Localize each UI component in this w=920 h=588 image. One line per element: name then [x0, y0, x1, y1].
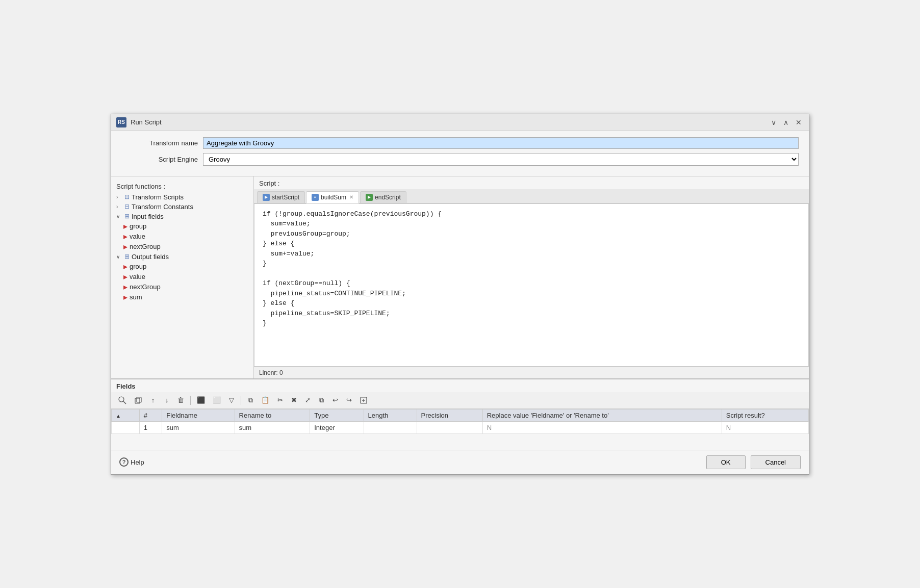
field-dot-output-value: ▸ — [123, 273, 127, 281]
folder-icon-input-fields: ⊞ — [124, 213, 130, 220]
cell-num: 1 — [139, 421, 162, 433]
tab-endscript[interactable]: ▶ endScript — [360, 191, 406, 203]
cell-script-result: N — [722, 421, 808, 433]
help-button[interactable]: ? Help — [119, 457, 144, 467]
tab-close-buildsum[interactable]: ✕ — [349, 194, 353, 200]
script-engine-row: Script Engine Groovy JavaScript Python — [121, 153, 799, 166]
code-editor[interactable]: if (!group.equalsIgnoreCase(previousGrou… — [254, 203, 809, 367]
copy3-button[interactable]: ⧉ — [315, 394, 327, 406]
input-group-label: group — [130, 222, 146, 230]
maximize-button[interactable]: ∧ — [781, 117, 790, 127]
col-header-replace[interactable]: Replace value 'Fieldname' or 'Rename to' — [482, 409, 722, 421]
sidebar-item-input-fields[interactable]: ∨ ⊞ Input fields — [111, 212, 253, 221]
svg-line-1 — [123, 401, 126, 404]
sidebar-item-transform-scripts[interactable]: › ⊟ Transform Scripts — [111, 192, 253, 202]
copy-button[interactable]: ⧉ — [244, 394, 257, 406]
cell-fieldname: sum — [162, 421, 235, 433]
script-engine-select[interactable]: Groovy JavaScript Python — [203, 153, 799, 166]
output-value-label: value — [130, 273, 145, 280]
minimize-button[interactable]: ∨ — [769, 117, 778, 127]
move-down-button[interactable]: ↓ — [161, 394, 173, 406]
transform-name-input[interactable] — [203, 137, 799, 149]
filter-button[interactable]: ▽ — [225, 394, 238, 406]
sidebar-item-output-group[interactable]: ▸ group — [111, 262, 253, 272]
bottom-bar: ? Help OK Cancel — [111, 450, 809, 474]
col-header-type[interactable]: Type — [310, 409, 364, 421]
fields-table: ▲ # Fieldname Rename to Type Length Prec… — [111, 409, 809, 434]
left-panel: Script functions : › ⊟ Transform Scripts… — [111, 176, 254, 378]
sidebar-item-input-group[interactable]: ▸ group — [111, 221, 253, 232]
help-circle-icon: ? — [119, 457, 129, 467]
toolbar-sep2 — [241, 396, 241, 405]
run-script-window: RS Run Script ∨ ∧ ✕ Transform name Scrip… — [111, 114, 809, 475]
input-value-label: value — [130, 233, 145, 240]
window-title: Run Script — [131, 118, 162, 126]
ok-button[interactable]: OK — [706, 455, 746, 469]
table-row[interactable]: 1 sum sum Integer N N — [112, 421, 809, 433]
script-engine-label: Script Engine — [121, 156, 203, 163]
field-dot-input-nextgroup: ▸ — [123, 243, 127, 251]
tab-label-buildsum: buildSum — [321, 194, 346, 201]
script-label: Script : — [254, 176, 809, 189]
expand-button[interactable]: ⤢ — [301, 394, 314, 406]
copy-field-button[interactable] — [131, 394, 145, 406]
sidebar-item-transform-constants[interactable]: › ⊟ Transform Constants — [111, 202, 253, 212]
sidebar-item-output-nextgroup[interactable]: ▸ nextGroup — [111, 282, 253, 292]
tabs-row: ▶ startScript ≡ buildSum ✕ ▶ endScript — [254, 189, 809, 203]
undo-button[interactable]: ↩ — [329, 394, 341, 406]
expand-icon-input-fields: ∨ — [116, 214, 122, 219]
fields-section: Fields ↑ ↓ 🗑 ⬛ ⬜ ▽ ⧉ 📋 ✂ ✖ ⤢ ⧉ ↩ ↪ — [111, 378, 809, 450]
move-up-button[interactable]: ↑ — [147, 394, 159, 406]
delete2-button[interactable]: ✖ — [288, 394, 300, 406]
transform-scripts-label: Transform Scripts — [132, 193, 184, 201]
bottom-buttons: OK Cancel — [706, 455, 801, 469]
title-bar-controls: ∨ ∧ ✕ — [769, 117, 804, 127]
form-area: Transform name Script Engine Groovy Java… — [111, 131, 809, 176]
col-header-fieldname[interactable]: Fieldname — [162, 409, 235, 421]
cut-button[interactable]: ✂ — [274, 394, 286, 406]
tab-startscript[interactable]: ▶ startScript — [257, 191, 305, 203]
expand-icon-transform-constants: › — [116, 204, 122, 210]
cancel-button[interactable]: Cancel — [751, 455, 801, 469]
transform-name-row: Transform name — [121, 137, 799, 149]
col-header-num[interactable]: # — [139, 409, 162, 421]
expand-icon-transform-scripts: › — [116, 194, 122, 200]
tab-label-endscript: endScript — [375, 194, 401, 201]
fields-table-container: ▲ # Fieldname Rename to Type Length Prec… — [111, 409, 809, 450]
sidebar-item-output-value[interactable]: ▸ value — [111, 272, 253, 282]
field-dot-output-nextgroup: ▸ — [123, 283, 127, 291]
col-header-rename-to[interactable]: Rename to — [235, 409, 310, 421]
col-header-sort[interactable]: ▲ — [112, 409, 140, 421]
add-field-button[interactable] — [115, 394, 130, 406]
cell-precision — [417, 421, 482, 433]
tab-icon-startscript: ▶ — [263, 194, 270, 201]
field-dot-output-group: ▸ — [123, 263, 127, 271]
col-header-precision[interactable]: Precision — [417, 409, 482, 421]
select-all-button[interactable]: ⬛ — [194, 394, 208, 406]
sidebar-item-output-fields[interactable]: ∨ ⊞ Output fields — [111, 252, 253, 262]
col-header-length[interactable]: Length — [364, 409, 417, 421]
export-button[interactable] — [356, 394, 371, 406]
select-none-button[interactable]: ⬜ — [210, 394, 224, 406]
folder-icon-transform-constants: ⊟ — [124, 203, 130, 210]
folder-icon-output-fields: ⊞ — [124, 253, 130, 260]
transform-constants-label: Transform Constants — [132, 203, 193, 211]
col-header-script-result[interactable]: Script result? — [722, 409, 808, 421]
fields-toolbar: ↑ ↓ 🗑 ⬛ ⬜ ▽ ⧉ 📋 ✂ ✖ ⤢ ⧉ ↩ ↪ — [111, 392, 809, 409]
paste-button[interactable]: 📋 — [258, 394, 272, 406]
redo-button[interactable]: ↪ — [343, 394, 355, 406]
cell-length — [364, 421, 417, 433]
tab-buildsum[interactable]: ≡ buildSum ✕ — [306, 191, 359, 203]
delete-button[interactable]: 🗑 — [174, 394, 187, 406]
sidebar-item-input-nextgroup[interactable]: ▸ nextGroup — [111, 242, 253, 252]
sidebar-item-input-value[interactable]: ▸ value — [111, 232, 253, 242]
main-content: Script functions : › ⊟ Transform Scripts… — [111, 176, 809, 378]
output-group-label: group — [130, 263, 146, 270]
field-dot-output-sum: ▸ — [123, 293, 127, 301]
cell-sort — [112, 421, 140, 433]
cell-type: Integer — [310, 421, 364, 433]
output-fields-label: Output fields — [132, 253, 169, 261]
bottom-left: ? Help — [119, 457, 144, 467]
sidebar-item-output-sum[interactable]: ▸ sum — [111, 292, 253, 302]
close-button[interactable]: ✕ — [794, 117, 804, 127]
